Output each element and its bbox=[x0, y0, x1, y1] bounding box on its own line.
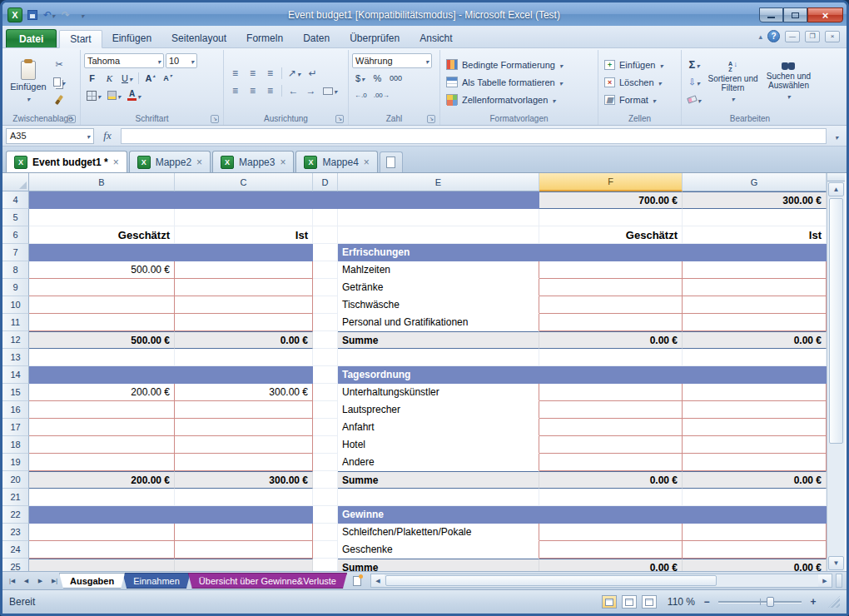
percent-style-button[interactable]: % bbox=[370, 71, 385, 86]
cell-B22[interactable] bbox=[29, 506, 175, 524]
cell-B23[interactable] bbox=[29, 524, 175, 541]
cell-G15[interactable] bbox=[683, 384, 827, 401]
workbook-close-button[interactable]: × bbox=[825, 31, 840, 42]
cell-C11[interactable] bbox=[175, 314, 313, 331]
find-select-button[interactable]: Suchen und Auswählen bbox=[762, 52, 815, 112]
expand-formula-bar-button[interactable] bbox=[830, 128, 843, 143]
cell-G12[interactable]: 0.00 € bbox=[683, 331, 827, 349]
cell-G11[interactable] bbox=[683, 314, 827, 331]
cell-F12[interactable]: 0.00 € bbox=[539, 331, 683, 349]
cell-B12[interactable]: 500.00 € bbox=[29, 331, 175, 349]
cell-D15[interactable] bbox=[313, 384, 338, 401]
next-sheet-button[interactable]: ▶ bbox=[33, 574, 47, 588]
cell-E12[interactable]: Summe bbox=[338, 331, 539, 349]
cell-C22[interactable] bbox=[175, 506, 313, 524]
cell-B24[interactable] bbox=[29, 541, 175, 559]
column-header-C[interactable]: C bbox=[175, 173, 313, 191]
cell-F15[interactable] bbox=[539, 384, 683, 401]
row-header-4[interactable]: 4 bbox=[2, 191, 29, 209]
bold-button[interactable]: F bbox=[84, 71, 100, 86]
cell-D22[interactable] bbox=[313, 506, 338, 524]
cell-C12[interactable]: 0.00 € bbox=[175, 331, 313, 349]
cell-D21[interactable] bbox=[313, 489, 338, 506]
cell-D9[interactable] bbox=[313, 279, 338, 296]
row-header-24[interactable]: 24 bbox=[2, 541, 29, 559]
row-header-23[interactable]: 23 bbox=[2, 524, 29, 541]
cell-F11[interactable] bbox=[539, 314, 683, 331]
tab-seitenlayout[interactable]: Seitenlayout bbox=[161, 29, 236, 47]
sheet-tab-einnahmen[interactable]: Einnahmen bbox=[122, 573, 191, 589]
row-header-15[interactable]: 15 bbox=[2, 384, 29, 401]
copy-button[interactable] bbox=[51, 75, 67, 90]
insert-worksheet-button[interactable] bbox=[347, 574, 367, 589]
cell-G10[interactable] bbox=[683, 296, 827, 314]
page-break-view-button[interactable] bbox=[642, 595, 657, 609]
document-tab-mappe3[interactable]: X Mappe3 bbox=[212, 151, 294, 172]
delete-cells-button[interactable]: × Löschen bbox=[602, 73, 678, 91]
cell-D19[interactable] bbox=[313, 454, 338, 471]
select-all-corner[interactable] bbox=[2, 173, 29, 191]
cell-D8[interactable] bbox=[313, 261, 338, 279]
row-header-5[interactable]: 5 bbox=[2, 209, 29, 226]
cell-B16[interactable] bbox=[29, 401, 175, 419]
cell-D10[interactable] bbox=[313, 296, 338, 314]
cell-E4[interactable] bbox=[338, 191, 539, 209]
cell-B21[interactable] bbox=[29, 489, 175, 506]
row-header-18[interactable]: 18 bbox=[2, 436, 29, 454]
fill-color-button[interactable] bbox=[105, 88, 123, 103]
cell-C6[interactable]: Ist bbox=[175, 226, 313, 244]
cell-D12[interactable] bbox=[313, 331, 338, 349]
cell-F23[interactable] bbox=[539, 524, 683, 541]
cell-E22[interactable]: Gewinne bbox=[338, 506, 539, 524]
row-header-22[interactable]: 22 bbox=[2, 506, 29, 524]
tab-ansicht[interactable]: Ansicht bbox=[410, 29, 462, 47]
align-left-button[interactable]: ≡ bbox=[227, 83, 243, 98]
font-size-select[interactable]: 10 bbox=[166, 53, 197, 68]
cell-F21[interactable] bbox=[539, 489, 683, 506]
increase-decimal-button[interactable]: ←.0 bbox=[352, 88, 370, 103]
cell-B20[interactable]: 200.00 € bbox=[29, 471, 175, 489]
cell-C25[interactable] bbox=[175, 559, 313, 571]
cell-E15[interactable]: Unterhaltungskünstler bbox=[338, 384, 539, 401]
document-tab-event-budget1[interactable]: X Event budget1 * bbox=[6, 151, 127, 172]
scroll-right-button[interactable]: ▶ bbox=[818, 574, 832, 587]
zoom-in-button[interactable]: + bbox=[807, 595, 820, 609]
customize-qat-button[interactable] bbox=[76, 8, 89, 22]
cell-F5[interactable] bbox=[539, 209, 683, 226]
cell-C24[interactable] bbox=[175, 541, 313, 559]
format-as-table-button[interactable]: Als Tabelle formatieren bbox=[444, 73, 594, 91]
autosum-button[interactable]: Σ bbox=[685, 57, 703, 72]
scroll-up-button[interactable]: ▲ bbox=[828, 182, 844, 196]
cell-F22[interactable] bbox=[539, 506, 683, 524]
cell-C18[interactable] bbox=[175, 436, 313, 454]
close-button[interactable]: × bbox=[807, 7, 843, 22]
cell-D23[interactable] bbox=[313, 524, 338, 541]
cell-D11[interactable] bbox=[313, 314, 338, 331]
workbook-minimize-button[interactable]: — bbox=[785, 31, 800, 42]
formula-input[interactable] bbox=[121, 128, 827, 144]
cell-D20[interactable] bbox=[313, 471, 338, 489]
cell-F8[interactable] bbox=[539, 261, 683, 279]
comma-style-button[interactable]: 000 bbox=[387, 71, 405, 86]
row-header-12[interactable]: 12 bbox=[2, 331, 29, 349]
cell-G8[interactable] bbox=[683, 261, 827, 279]
align-top-button[interactable]: ≡ bbox=[227, 66, 243, 81]
cell-E20[interactable]: Summe bbox=[338, 471, 539, 489]
cell-G18[interactable] bbox=[683, 436, 827, 454]
first-sheet-button[interactable]: |◀ bbox=[5, 574, 19, 588]
column-header-F[interactable]: F bbox=[539, 173, 683, 191]
resize-grip[interactable] bbox=[828, 596, 840, 608]
cell-F16[interactable] bbox=[539, 401, 683, 419]
row-header-8[interactable]: 8 bbox=[2, 261, 29, 279]
cell-C8[interactable] bbox=[175, 261, 313, 279]
row-header-20[interactable]: 20 bbox=[2, 471, 29, 489]
insert-function-button[interactable]: fx bbox=[97, 129, 117, 142]
workbook-restore-button[interactable]: ❐ bbox=[805, 31, 820, 42]
save-button[interactable] bbox=[26, 8, 39, 22]
cell-G17[interactable] bbox=[683, 419, 827, 436]
row-header-6[interactable]: 6 bbox=[2, 226, 29, 244]
cell-G23[interactable] bbox=[683, 524, 827, 541]
row-header-11[interactable]: 11 bbox=[2, 314, 29, 331]
zoom-out-button[interactable]: − bbox=[700, 595, 713, 609]
cell-G13[interactable] bbox=[683, 349, 827, 366]
